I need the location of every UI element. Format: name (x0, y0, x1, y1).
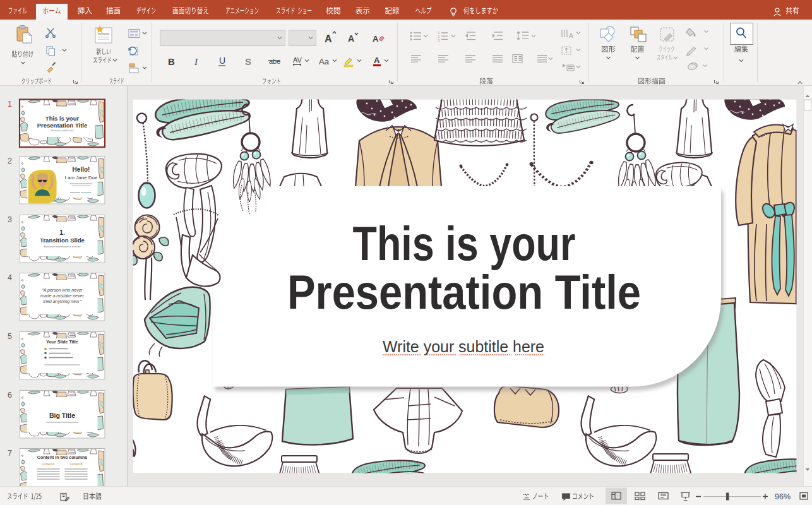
svg-text:3: 3 (8, 215, 12, 224)
svg-text:1: 1 (8, 100, 12, 109)
svg-text:AV: AV (293, 56, 302, 64)
svg-text:Hello!: Hello! (73, 166, 90, 173)
svg-text:S: S (245, 56, 251, 67)
svg-text:Content B: Content B (69, 463, 82, 466)
svg-text:Content in two columns: Content in two columns (37, 455, 87, 460)
svg-text:Transition Slide: Transition Slide (40, 237, 85, 244)
svg-text:abe: abe (269, 57, 280, 65)
svg-text:Aa: Aa (319, 57, 330, 66)
svg-text:made a mistake never: made a mistake never (40, 294, 85, 298)
svg-text:A: A (348, 33, 354, 44)
svg-text:Big Title: Big Title (49, 412, 75, 419)
svg-text:This is your: This is your (45, 115, 80, 122)
svg-text:Write your subtitle here: Write your subtitle here (383, 337, 544, 356)
svg-text:Your Slide Title: Your Slide Title (46, 340, 78, 344)
svg-text:Content A: Content A (42, 463, 55, 466)
svg-text:5: 5 (8, 332, 12, 341)
svg-text:This is your: This is your (353, 217, 576, 270)
svg-text:1.: 1. (59, 229, 65, 236)
svg-text:A: A (569, 32, 573, 39)
svg-text:I am Jane Doe: I am Jane Doe (64, 175, 98, 181)
svg-text:Presentation Title: Presentation Title (287, 265, 641, 319)
svg-text:tried anything new.”: tried anything new.” (43, 299, 81, 304)
svg-text:6: 6 (8, 391, 12, 400)
svg-text:I: I (194, 57, 198, 67)
svg-text:Presentation Title: Presentation Title (37, 122, 88, 129)
svg-text:2: 2 (8, 157, 12, 165)
svg-text:A: A (374, 56, 380, 65)
svg-text:96%: 96% (775, 492, 791, 501)
svg-text:B: B (168, 56, 175, 67)
svg-text:7: 7 (8, 449, 12, 458)
svg-text:Build better presentations in: Build better presentations in less time (44, 246, 80, 248)
svg-text:4: 4 (8, 273, 12, 282)
svg-text:U: U (219, 56, 225, 66)
svg-text:A: A (325, 33, 332, 44)
svg-text:A: A (373, 34, 379, 44)
svg-text:“A person who never: “A person who never (42, 288, 83, 293)
svg-text:Write your subtitle here: Write your subtitle here (51, 129, 74, 132)
